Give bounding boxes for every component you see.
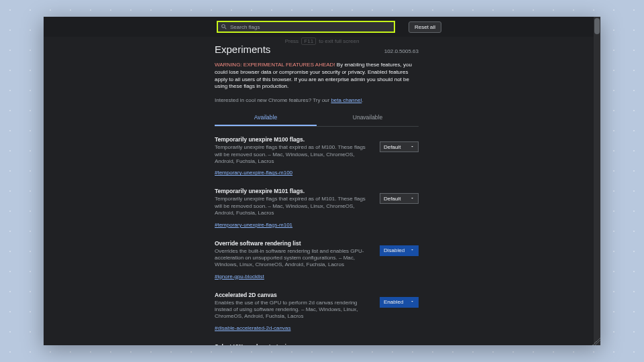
- tab-bar: Available Unavailable: [215, 110, 419, 127]
- chevron-down-icon: [410, 196, 415, 202]
- flag-description: Temporarily unexpire flags that expired …: [215, 144, 373, 165]
- flag-state-select[interactable]: Default: [380, 141, 419, 152]
- chevron-down-icon: [410, 299, 415, 305]
- flag-state-value: Disabled: [384, 247, 405, 253]
- search-field-wrap[interactable]: [217, 21, 395, 33]
- flag-title: Accelerated 2D canvas: [215, 292, 373, 298]
- chevron-down-icon: [410, 247, 415, 253]
- tab-unavailable[interactable]: Unavailable: [317, 110, 419, 126]
- flag-state-select[interactable]: Disabled: [380, 245, 419, 256]
- search-input[interactable]: [230, 24, 391, 30]
- flag-state-value: Enabled: [384, 299, 403, 305]
- warning-text: WARNING: EXPERIMENTAL FEATURES AHEAD! By…: [215, 62, 419, 90]
- flag-row: Temporarily unexpire M100 flags.Temporar…: [215, 136, 419, 177]
- flag-description: Enables the use of the GPU to perform 2d…: [215, 300, 373, 320]
- flag-row: Override software rendering listOverride…: [215, 240, 419, 281]
- flag-state-value: Default: [384, 144, 400, 150]
- flag-state-value: Default: [384, 196, 400, 202]
- flag-description: Overrides the built-in software renderin…: [215, 248, 373, 269]
- top-toolbar: Reset all: [44, 17, 600, 37]
- flag-anchor-link[interactable]: #disable-accelerated-2d-canvas: [215, 325, 290, 331]
- tab-available[interactable]: Available: [215, 110, 317, 126]
- main-content: Experiments 102.0.5005.63 WARNING: EXPER…: [215, 44, 419, 345]
- flag-row: Temporarily unexpire M101 flags.Temporar…: [215, 188, 419, 229]
- vertical-scrollbar[interactable]: [594, 17, 600, 345]
- flag-title: Temporarily unexpire M101 flags.: [215, 188, 373, 194]
- flag-anchor-link[interactable]: #temporary-unexpire-flags-m101: [215, 222, 292, 228]
- flag-list: Temporarily unexpire M100 flags.Temporar…: [215, 136, 419, 345]
- flag-description: Temporarily unexpire flags that expired …: [215, 196, 373, 217]
- flag-title: Select HW overlay strategies: [215, 343, 373, 345]
- search-icon: [221, 21, 227, 33]
- flag-row: Select HW overlay strategiesSelect strat…: [215, 343, 419, 345]
- resize-handle-icon[interactable]: [592, 337, 600, 345]
- flag-anchor-link[interactable]: #ignore-gpu-blocklist: [215, 274, 264, 280]
- scrollbar-thumb[interactable]: [594, 18, 600, 34]
- flag-state-select[interactable]: Default: [380, 193, 419, 204]
- flag-title: Override software rendering list: [215, 240, 373, 247]
- browser-window: Reset all Press F11 to exit full screen …: [44, 17, 600, 345]
- flag-state-select[interactable]: Enabled: [380, 297, 419, 308]
- chevron-down-icon: [410, 144, 415, 150]
- version-label: 102.0.5005.63: [384, 48, 419, 54]
- beta-channel-note: Interested in cool new Chrome features? …: [215, 97, 419, 103]
- reset-all-button[interactable]: Reset all: [409, 21, 441, 33]
- page-title: Experiments: [215, 44, 270, 55]
- flag-anchor-link[interactable]: #temporary-unexpire-flags-m100: [215, 170, 292, 176]
- flag-title: Temporarily unexpire M100 flags.: [215, 136, 373, 143]
- flag-row: Accelerated 2D canvasEnables the use of …: [215, 292, 419, 333]
- beta-channel-link[interactable]: beta channel: [331, 97, 362, 103]
